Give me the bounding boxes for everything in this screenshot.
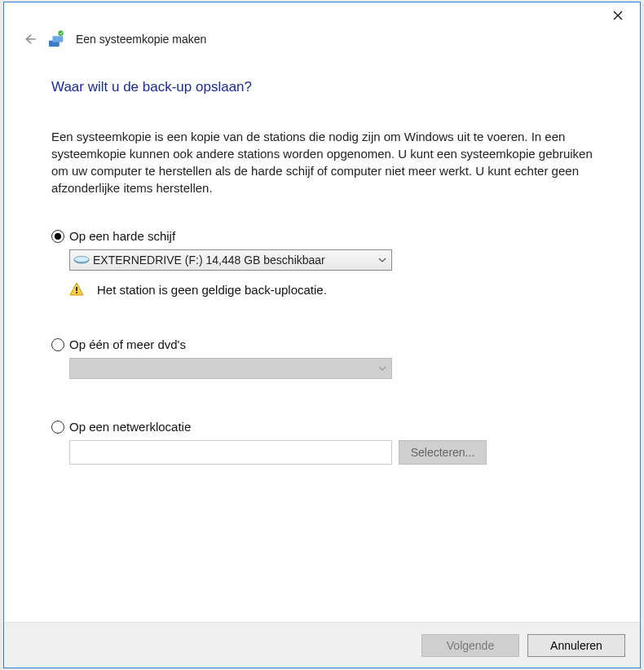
svg-rect-7 (76, 292, 77, 293)
option-hdd: Op een harde schijf EXTERNEDRIVE (F:) 14… (51, 229, 593, 297)
svg-rect-2 (53, 36, 64, 42)
svg-point-3 (58, 30, 63, 35)
breadcrumb-title: Een systeemkopie maken (76, 33, 206, 46)
titlebar (4, 2, 640, 29)
warning-icon (69, 282, 84, 297)
radio-row-dvd[interactable]: Op één of meer dvd's (51, 337, 593, 351)
drive-icon (73, 254, 90, 266)
chevron-down-icon (373, 359, 391, 378)
chevron-down-icon (373, 250, 391, 270)
cancel-button[interactable]: Annuleren (527, 634, 625, 657)
warning-row: Het station is geen geldige back-uplocat… (69, 282, 593, 297)
svg-point-5 (74, 257, 89, 262)
radio-label-hdd: Op een harde schijf (69, 229, 175, 243)
combo-hdd[interactable]: EXTERNEDRIVE (F:) 14,448 GB beschikbaar (69, 249, 392, 271)
back-button[interactable] (20, 30, 38, 48)
arrow-left-icon (22, 32, 37, 46)
header-row: Een systeemkopie maken (4, 29, 640, 53)
network-path-input[interactable] (69, 440, 392, 465)
system-image-icon (48, 30, 66, 48)
radio-label-network: Op een netwerklocatie (69, 420, 191, 434)
browse-button: Selecteren... (399, 440, 487, 465)
radio-dvd[interactable] (51, 338, 64, 351)
option-dvd: Op één of meer dvd's (51, 337, 593, 379)
svg-rect-6 (76, 287, 77, 291)
radio-row-network[interactable]: Op een netwerklocatie (51, 420, 593, 434)
radio-hdd[interactable] (51, 230, 64, 243)
close-button[interactable] (599, 2, 637, 29)
radio-row-hdd[interactable]: Op een harde schijf (51, 229, 593, 243)
radio-network[interactable] (51, 421, 64, 434)
page-description: Een systeemkopie is een kopie van de sta… (51, 128, 593, 196)
warning-text: Het station is geen geldige back-uplocat… (97, 283, 327, 297)
close-icon (613, 11, 623, 20)
page-heading: Waar wilt u de back-up opslaan? (51, 79, 593, 95)
combo-dvd (69, 358, 392, 379)
radio-label-dvd: Op één of meer dvd's (69, 337, 186, 351)
content-area: Waar wilt u de back-up opslaan? Een syst… (4, 53, 640, 622)
next-button: Volgende (421, 634, 519, 657)
option-network: Op een netwerklocatie Selecteren... (51, 420, 593, 465)
footer: Volgende Annuleren (4, 622, 640, 668)
wizard-window: Een systeemkopie maken Waar wilt u de ba… (3, 2, 641, 668)
combo-hdd-text: EXTERNEDRIVE (F:) 14,448 GB beschikbaar (93, 253, 325, 267)
